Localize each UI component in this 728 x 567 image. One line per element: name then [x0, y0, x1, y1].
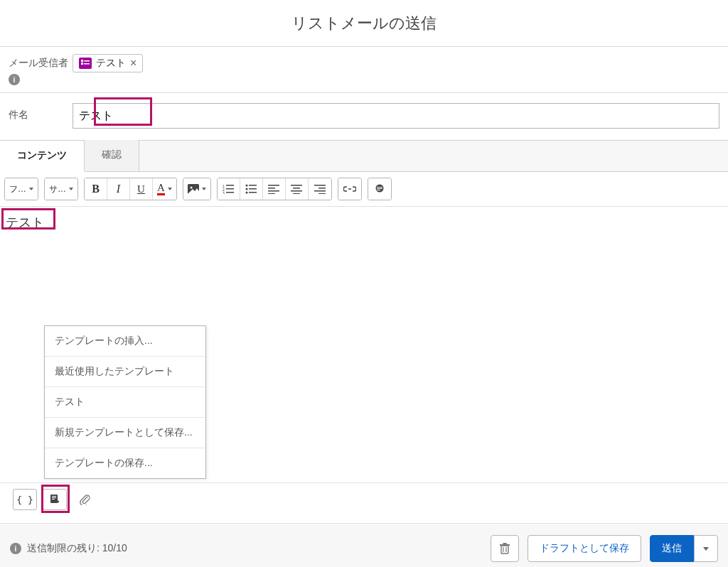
tabs: コンテンツ 確認 [0, 140, 728, 172]
font-family-select[interactable]: フ… [5, 178, 38, 200]
delete-button[interactable] [491, 535, 519, 562]
merge-field-button[interactable]: { } [13, 489, 37, 510]
attachment-button[interactable] [73, 489, 97, 510]
send-label: 送信 [662, 542, 682, 555]
tabs-filler [139, 140, 728, 171]
svg-rect-40 [503, 543, 507, 544]
menu-label: テンプレートの挿入... [55, 335, 153, 346]
svg-rect-36 [52, 497, 56, 498]
align-left-button[interactable] [263, 178, 286, 200]
underline-icon: U [137, 183, 145, 195]
tab-content-label: コンテンツ [17, 149, 67, 161]
close-icon[interactable]: × [130, 58, 136, 69]
comment-button[interactable] [368, 178, 391, 200]
svg-rect-33 [377, 190, 380, 190]
italic-button[interactable]: I [107, 178, 130, 200]
menu-label: 最近使用したテンプレート [55, 365, 174, 377]
recipient-chip[interactable]: テスト × [73, 54, 143, 72]
menu-insert-template[interactable]: テンプレートの挿入... [45, 326, 205, 357]
info-icon[interactable]: i [9, 74, 20, 85]
svg-rect-2 [81, 63, 83, 65]
menu-label: 新規テンプレートとして保存... [55, 426, 193, 438]
bottom-toolbar: { } [0, 482, 728, 524]
svg-point-12 [246, 185, 248, 187]
send-button[interactable]: 送信 [650, 535, 694, 562]
template-menu: テンプレートの挿入... 最近使用したテンプレート テスト 新規テンプレートとし… [44, 325, 206, 479]
template-button[interactable] [43, 489, 67, 510]
braces-icon: { } [16, 495, 33, 505]
dialog-title-text: リストメールの送信 [291, 13, 437, 34]
svg-rect-28 [314, 190, 326, 192]
svg-rect-27 [318, 188, 326, 189]
menu-recent-templates[interactable]: 最近使用したテンプレート [45, 357, 205, 387]
svg-rect-3 [84, 63, 90, 65]
comment-icon [374, 184, 385, 194]
info-icon[interactable]: i [10, 543, 21, 554]
svg-rect-38 [501, 546, 508, 554]
svg-rect-29 [318, 193, 326, 194]
svg-text:3: 3 [223, 191, 225, 194]
format-toolbar: フ… サ… B I U A 123 [0, 172, 728, 207]
svg-rect-1 [84, 60, 90, 62]
svg-point-16 [246, 192, 248, 194]
recipients-row: メール受信者 i テスト × [0, 47, 728, 93]
send-split-button: 送信 [650, 535, 718, 562]
svg-point-14 [246, 188, 248, 190]
subject-body [73, 103, 719, 129]
editor-text: テスト [6, 215, 44, 230]
link-icon [343, 184, 356, 194]
recipients-body[interactable]: テスト × [73, 54, 719, 72]
text-color-button[interactable]: A [153, 178, 176, 200]
paperclip-icon [79, 494, 90, 505]
align-right-button[interactable] [309, 178, 331, 200]
footer-left: i 送信制限の残り: 10/10 [10, 542, 127, 555]
save-draft-label: ドラフトとして保存 [540, 542, 629, 555]
svg-rect-32 [377, 188, 382, 189]
recipient-chip-label: テスト [96, 57, 126, 70]
svg-rect-35 [52, 496, 56, 497]
svg-rect-7 [226, 185, 234, 186]
font-size-select[interactable]: サ… [45, 178, 77, 200]
send-options-button[interactable] [694, 535, 718, 562]
underline-button[interactable]: U [130, 178, 153, 200]
subject-input[interactable] [73, 103, 719, 129]
svg-rect-18 [268, 185, 279, 186]
recipients-label-wrap: メール受信者 i [9, 54, 73, 85]
bold-button[interactable]: B [85, 178, 107, 200]
list-icon [79, 58, 92, 69]
bold-icon: B [92, 183, 100, 195]
svg-rect-22 [291, 185, 302, 186]
svg-rect-24 [291, 190, 302, 192]
svg-rect-26 [314, 185, 326, 186]
save-draft-button[interactable]: ドラフトとして保存 [528, 535, 641, 562]
svg-rect-37 [52, 499, 55, 500]
ordered-list-button[interactable]: 123 [218, 178, 240, 200]
tab-content[interactable]: コンテンツ [0, 140, 85, 172]
subject-row: 件名 [0, 93, 728, 139]
font-size-label: サ… [49, 183, 66, 195]
footer: i 送信制限の残り: 10/10 ドラフトとして保存 送信 [0, 524, 728, 567]
unordered-list-icon [245, 184, 257, 194]
ordered-list-icon: 123 [223, 184, 234, 194]
link-button[interactable] [338, 178, 361, 200]
unordered-list-button[interactable] [240, 178, 263, 200]
image-button[interactable] [183, 178, 210, 200]
recipients-label: メール受信者 [9, 57, 68, 70]
svg-rect-0 [81, 60, 83, 62]
align-left-icon [268, 184, 279, 194]
align-right-icon [314, 184, 326, 194]
svg-rect-25 [293, 193, 300, 194]
tab-confirm[interactable]: 確認 [85, 140, 139, 171]
svg-rect-23 [293, 188, 300, 189]
svg-rect-21 [268, 193, 275, 194]
menu-template-test[interactable]: テスト [45, 387, 205, 418]
menu-label: テスト [55, 396, 85, 407]
align-center-button[interactable] [286, 178, 309, 200]
svg-rect-11 [226, 192, 234, 193]
tab-confirm-label: 確認 [102, 148, 122, 160]
footer-right: ドラフトとして保存 送信 [491, 535, 718, 562]
text-color-icon: A [157, 183, 165, 195]
menu-save-as-new-template[interactable]: 新規テンプレートとして保存... [45, 418, 205, 448]
menu-save-template[interactable]: テンプレートの保存... [45, 448, 205, 478]
svg-point-5 [190, 187, 192, 189]
